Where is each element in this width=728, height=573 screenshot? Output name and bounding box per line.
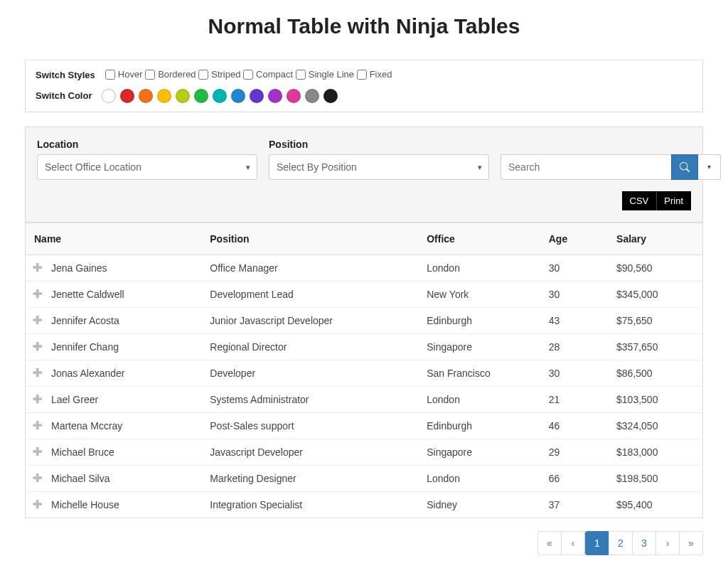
color-swatch[interactable] — [194, 89, 208, 103]
switch-styles-label: Switch Styles — [36, 70, 95, 80]
column-header-name[interactable]: Name — [26, 223, 202, 255]
cell-name: Michelle House — [51, 499, 119, 510]
color-swatch[interactable] — [139, 89, 153, 103]
data-table: NamePositionOfficeAgeSalary ✚Jena Gaines… — [25, 223, 703, 518]
expand-icon[interactable]: ✚ — [33, 315, 42, 326]
switch-color-label: Switch Color — [36, 90, 92, 101]
style-checkbox[interactable] — [105, 70, 115, 80]
color-swatch[interactable] — [323, 89, 338, 103]
cell: 28 — [540, 333, 608, 360]
cell: $324,050 — [608, 412, 702, 439]
print-button[interactable]: Print — [656, 191, 691, 210]
location-select[interactable]: Select Office Location — [37, 154, 257, 180]
page-next-button[interactable]: › — [655, 531, 680, 555]
expand-icon[interactable]: ✚ — [33, 473, 42, 484]
style-option-compact[interactable]: Compact — [243, 69, 293, 80]
style-option-hover[interactable]: Hover — [105, 69, 143, 80]
cell-name: Jena Gaines — [51, 262, 107, 274]
cell: $345,000 — [608, 281, 702, 307]
search-button[interactable] — [671, 154, 698, 180]
position-select[interactable]: Select By Position — [269, 154, 489, 180]
color-swatch[interactable] — [102, 89, 116, 103]
style-checkbox[interactable] — [357, 70, 367, 80]
color-swatch[interactable] — [268, 89, 282, 103]
cell: Development Lead — [201, 281, 418, 307]
style-checkbox[interactable] — [145, 70, 155, 80]
cell: Post-Sales support — [201, 412, 418, 439]
cell: $90,560 — [608, 255, 702, 281]
style-checkbox[interactable] — [243, 70, 253, 80]
color-swatch[interactable] — [120, 89, 134, 103]
cell: Systems Administrator — [201, 386, 418, 412]
cell-name: Michael Silva — [51, 473, 109, 484]
style-option-bordered[interactable]: Bordered — [145, 69, 196, 80]
color-swatch[interactable] — [287, 89, 301, 103]
color-swatch[interactable] — [157, 89, 171, 103]
column-header-age[interactable]: Age — [540, 223, 608, 255]
switch-styles-row: Switch Styles Hover Bordered Striped Com… — [36, 69, 692, 82]
style-checkbox[interactable] — [296, 70, 306, 80]
cell: Office Manager — [201, 255, 418, 281]
expand-icon[interactable]: ✚ — [33, 394, 42, 405]
search-input[interactable] — [500, 154, 671, 180]
expand-icon[interactable]: ✚ — [33, 262, 42, 274]
cell: Developer — [201, 360, 418, 386]
cell: Integration Specialist — [201, 491, 418, 518]
expand-icon[interactable]: ✚ — [33, 341, 42, 353]
style-option-striped[interactable]: Striped — [198, 69, 240, 80]
cell: London — [418, 255, 540, 281]
page-title: Normal Table with Ninja Tables — [25, 14, 703, 38]
cell: Marketing Designer — [201, 465, 418, 491]
cell: $103,500 — [608, 386, 702, 412]
cell: $183,000 — [608, 439, 702, 465]
table-row: ✚Michelle HouseIntegration SpecialistSid… — [26, 491, 703, 518]
expand-icon[interactable]: ✚ — [33, 289, 42, 300]
search-group: ▾ — [500, 154, 721, 180]
column-header-salary[interactable]: Salary — [608, 223, 702, 255]
column-header-position[interactable]: Position — [201, 223, 418, 255]
table-row: ✚Jenette CaldwellDevelopment LeadNew Yor… — [26, 281, 703, 307]
expand-icon[interactable]: ✚ — [33, 446, 42, 458]
cell: Sidney — [418, 491, 540, 518]
page-number-button[interactable]: 1 — [585, 531, 609, 555]
column-header-office[interactable]: Office — [418, 223, 540, 255]
search-dropdown-button[interactable]: ▾ — [698, 154, 721, 180]
cell: Junior Javascript Developer — [201, 307, 418, 333]
cell: London — [418, 465, 540, 491]
table-row: ✚Jonas AlexanderDeveloperSan Francisco30… — [26, 360, 703, 386]
color-swatch[interactable] — [231, 89, 245, 103]
page-number-button[interactable]: 2 — [609, 531, 633, 555]
cell: 29 — [540, 439, 608, 465]
table-row: ✚Jena GainesOffice ManagerLondon30$90,56… — [26, 255, 703, 281]
cell: New York — [418, 281, 540, 307]
cell: Regional Director — [201, 333, 418, 360]
cell: 21 — [540, 386, 608, 412]
expand-icon[interactable]: ✚ — [33, 499, 42, 510]
expand-icon[interactable]: ✚ — [33, 368, 42, 379]
style-option-fixed[interactable]: Fixed — [357, 69, 392, 80]
page-prev-button[interactable]: ‹ — [561, 531, 585, 555]
position-label: Position — [269, 139, 489, 150]
color-swatch[interactable] — [213, 89, 227, 103]
cell: $198,500 — [608, 465, 702, 491]
cell: 66 — [540, 465, 608, 491]
csv-button[interactable]: CSV — [622, 191, 657, 210]
page-number-button[interactable]: 3 — [632, 531, 656, 555]
cell: Singapore — [418, 439, 540, 465]
color-swatch[interactable] — [250, 89, 264, 103]
page-last-button[interactable]: » — [679, 531, 703, 555]
cell-name: Jonas Alexander — [51, 368, 125, 379]
style-option-single-line[interactable]: Single Line — [296, 69, 354, 80]
style-checkbox[interactable] — [198, 70, 208, 80]
cell-name: Lael Greer — [51, 394, 98, 405]
expand-icon[interactable]: ✚ — [33, 420, 42, 432]
page-first-button[interactable]: « — [537, 531, 562, 555]
color-swatch[interactable] — [305, 89, 319, 103]
color-swatch[interactable] — [176, 89, 190, 103]
table-row: ✚Jennifer ChangRegional DirectorSingapor… — [26, 333, 703, 360]
cell: $75,650 — [608, 307, 702, 333]
search-icon — [680, 162, 690, 172]
location-label: Location — [37, 139, 257, 150]
cell: $86,500 — [608, 360, 702, 386]
cell: 30 — [540, 360, 608, 386]
